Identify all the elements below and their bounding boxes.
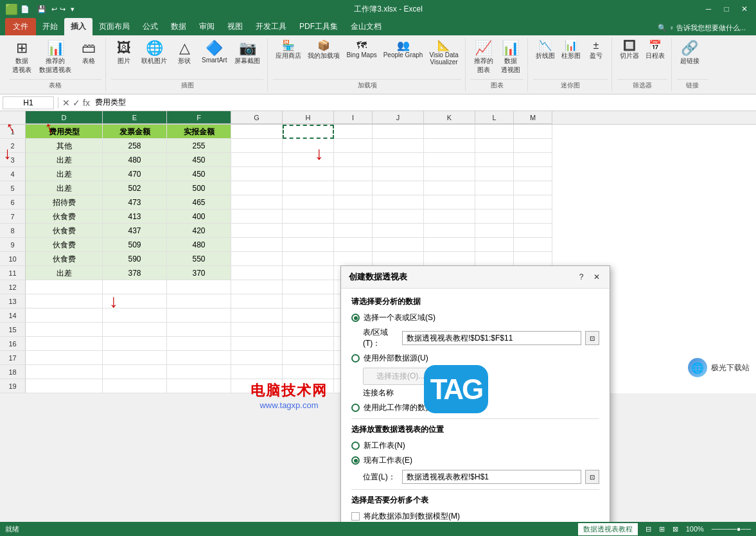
dialog-help-button[interactable]: ? [576, 272, 586, 282]
formula-input[interactable] [92, 97, 753, 109]
screenshot-button[interactable]: 📷 屏幕截图 [231, 39, 263, 67]
dialog-checkbox1[interactable] [351, 512, 360, 521]
hyperlink-button[interactable]: 🔗 超链接 [677, 39, 703, 67]
spreadsheet-area: D E F G H I J K L M 1 费用类型 发票金额 实报金额 2 其… [0, 111, 756, 393]
cell-J1[interactable] [373, 125, 424, 139]
dialog-radio3[interactable] [351, 404, 360, 412]
cell-K1[interactable] [424, 125, 475, 139]
charts-items: 📈 推荐的 图表 📊 数据 透视图 [471, 38, 523, 78]
tab-home[interactable]: 开始 [36, 18, 64, 35]
dialog-location-input[interactable] [402, 470, 581, 484]
winloss-sparkline-button[interactable]: ± 盈亏 [585, 39, 608, 62]
tab-review[interactable]: 审阅 [193, 18, 221, 35]
recommend-pivot-button[interactable]: 📊 推荐的 数据透视表 [36, 39, 75, 76]
maximize-button[interactable]: □ [720, 3, 733, 15]
dialog-close-button[interactable]: ✕ [592, 272, 602, 282]
table-row: 2 其他 258 255 [0, 139, 756, 153]
dialog-section2-title: 选择放置数据透视表的位置 [351, 424, 599, 435]
cell-G1[interactable] [231, 125, 283, 139]
col-header-J[interactable]: J [373, 111, 424, 124]
tab-pdf[interactable]: PDF工具集 [293, 18, 344, 35]
dialog-table-input[interactable] [402, 331, 581, 345]
col-header-L[interactable]: L [475, 111, 514, 124]
tab-data[interactable]: 数据 [164, 18, 193, 35]
table-button[interactable]: 🗃 表格 [76, 39, 101, 67]
dialog-title-text: 创建数据透视表 [349, 271, 407, 283]
col-header-H[interactable]: H [283, 111, 334, 124]
minimize-button[interactable]: ─ [702, 3, 715, 15]
dialog-table-input-row: 表/区域(T)： ⊡ [363, 327, 599, 349]
search-bar[interactable]: 🔍 ♀ 告诉我您想要做什么... [658, 23, 746, 33]
close-button[interactable]: ✕ [738, 3, 751, 15]
window-controls[interactable]: ─ □ ✕ [702, 3, 751, 15]
visio-button[interactable]: 📐 Visio Data Visualizer [426, 39, 461, 67]
insert-function-icon[interactable]: fx [83, 98, 90, 108]
dialog-radio1[interactable] [351, 314, 360, 322]
tab-developer[interactable]: 开发工具 [249, 18, 293, 35]
smartart-button[interactable]: 🔷 SmartArt [198, 39, 230, 66]
col-header-E[interactable]: E [103, 111, 167, 124]
column-sparkline-button[interactable]: 📊 柱形图 [559, 39, 583, 62]
tab-layout[interactable]: 页面布局 [92, 18, 136, 35]
timeline-button[interactable]: 📅 日程表 [643, 39, 667, 62]
table-row: 7 伙食费 413 400 [0, 210, 756, 224]
tab-file[interactable]: 文件 [5, 18, 36, 35]
dialog-table-range-button[interactable]: ⊡ [585, 331, 599, 345]
view-page-icon[interactable]: ⊠ [672, 525, 678, 533]
pivot-table-button[interactable]: ⊞ 数据 透视表 [9, 39, 35, 76]
col-header-D[interactable]: D [26, 111, 103, 124]
cell-reference-input[interactable] [3, 96, 54, 109]
col-header-K[interactable]: K [424, 111, 475, 124]
cell-H1-selected[interactable] [283, 125, 334, 139]
cell-L1[interactable] [475, 125, 514, 139]
my-addins-button[interactable]: 📦 我的加载项 [305, 39, 342, 62]
people-graph-label: People Graph [383, 51, 423, 58]
zoom-slider[interactable]: ─────●── [712, 525, 751, 533]
view-layout-icon[interactable]: ⊞ [659, 525, 665, 533]
recommend-chart-button[interactable]: 📈 推荐的 图表 [471, 39, 497, 76]
dialog-connect-button[interactable]: 选择连接(O)... [363, 368, 438, 385]
shapes-button[interactable]: △ 形状 [171, 39, 197, 67]
bing-maps-button[interactable]: 🗺 Bing Maps [344, 39, 379, 60]
corner-cell [0, 111, 26, 124]
people-graph-button[interactable]: 👥 People Graph [381, 39, 426, 60]
ribbon-group-filters: 🔲 切片器 📅 日程表 筛选器 [613, 38, 672, 91]
tab-jinshan[interactable]: 金山文档 [344, 18, 388, 35]
cell-D2[interactable]: 其他 [26, 139, 103, 153]
cell-E1[interactable]: 发票金额 [103, 125, 167, 139]
col-header-I[interactable]: I [334, 111, 373, 124]
hyperlink-icon: 🔗 [681, 41, 698, 55]
picture-button[interactable]: 🖼 图片 [111, 39, 137, 67]
col-header-G[interactable]: G [231, 111, 283, 124]
col-header-M[interactable]: M [514, 111, 552, 124]
sheet-tab-1[interactable]: 数据透视表教程 [578, 523, 638, 535]
cell-I1[interactable] [334, 125, 373, 139]
table-row: 10 伙食费 590 550 [0, 252, 756, 266]
dialog-radio5[interactable] [351, 456, 360, 465]
col-header-F[interactable]: F [167, 111, 231, 124]
visio-icon: 📐 [437, 40, 450, 51]
online-picture-icon: 🌐 [146, 41, 163, 55]
cell-D1[interactable]: 费用类型 [26, 125, 103, 139]
online-picture-button[interactable]: 🌐 联机图片 [138, 39, 170, 67]
tab-insert[interactable]: 插入 [64, 18, 92, 35]
line-sparkline-button[interactable]: 📉 折线图 [533, 39, 558, 62]
dialog-location-range-button[interactable]: ⊡ [585, 470, 599, 484]
winloss-sparkline-icon: ± [593, 40, 599, 51]
ribbon-tabs: 文件 开始 插入 页面布局 公式 数据 审阅 视图 开发工具 PDF工具集 金山… [0, 18, 756, 35]
dialog-radio2[interactable] [351, 354, 360, 362]
cell-E2[interactable]: 258 [103, 139, 167, 153]
view-normal-icon[interactable]: ⊟ [646, 525, 651, 533]
confirm-formula-icon[interactable]: ✓ [73, 98, 80, 108]
cell-F1[interactable]: 实报金额 [167, 125, 231, 139]
pivot-chart-button[interactable]: 📊 数据 透视图 [498, 39, 523, 76]
tab-formula[interactable]: 公式 [136, 18, 164, 35]
dialog-radio4[interactable] [351, 442, 360, 450]
cell-F2[interactable]: 255 [167, 139, 231, 153]
cell-M1[interactable] [514, 125, 552, 139]
slicer-icon: 🔲 [623, 40, 636, 51]
cancel-formula-icon[interactable]: ✕ [62, 98, 70, 108]
tab-view[interactable]: 视图 [221, 18, 249, 35]
app-store-button[interactable]: 🏪 应用商店 [273, 39, 304, 62]
slicer-button[interactable]: 🔲 切片器 [617, 39, 642, 62]
